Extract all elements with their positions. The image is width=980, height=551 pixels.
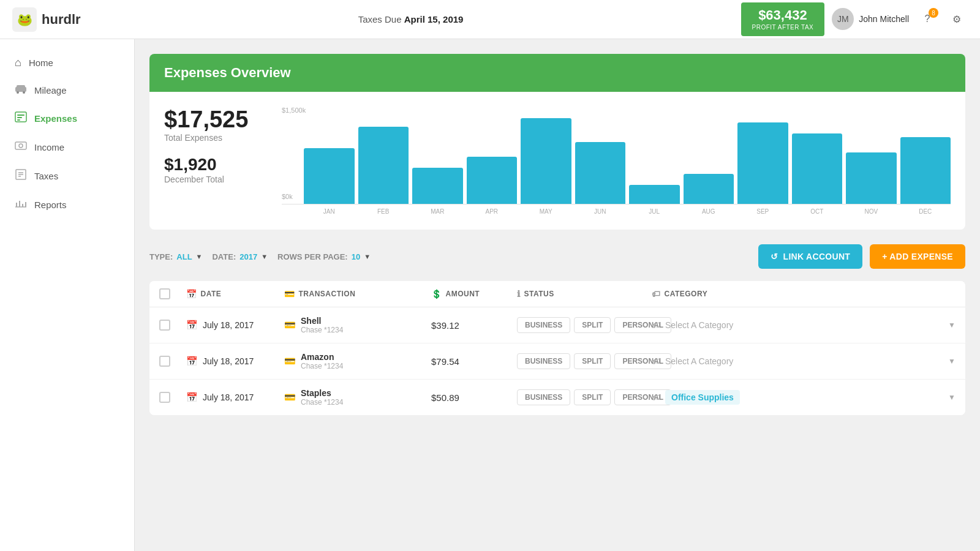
select-all-checkbox[interactable] <box>159 288 170 299</box>
trans-account-3: Chase *1234 <box>301 398 343 407</box>
col-date-label: DATE <box>201 290 222 298</box>
sidebar-item-label: Taxes <box>34 171 58 181</box>
svg-point-11 <box>19 144 23 148</box>
profit-label: PROFIT AFTER TAX <box>752 24 814 31</box>
taxes-label: Taxes Due <box>358 14 402 24</box>
dollar-icon: 💲 <box>431 289 442 299</box>
calendar-icon: 📅 <box>186 356 198 367</box>
tag-icon: 🏷 <box>652 320 660 330</box>
row-checkbox-1[interactable] <box>159 320 186 331</box>
car-icon <box>15 84 27 97</box>
col-header-checkbox <box>159 288 186 299</box>
split-btn-3[interactable]: SPLIT <box>574 389 611 405</box>
card-icon: 💳 <box>284 320 296 331</box>
settings-button[interactable]: ⚙ <box>946 8 968 30</box>
business-btn-3[interactable]: BUSINESS <box>517 389 570 405</box>
taxes-icon <box>15 169 27 183</box>
card-icon: 💳 <box>284 289 295 299</box>
bar-mar <box>412 168 463 204</box>
add-expense-label: + ADD EXPENSE <box>882 252 953 261</box>
date-filter-value: 2017 <box>239 252 257 261</box>
split-btn-2[interactable]: SPLIT <box>574 353 611 369</box>
taxes-due: Taxes Due April 15, 2019 <box>358 14 464 24</box>
sidebar-item-home[interactable]: ⌂ Home <box>0 49 134 77</box>
bar-apr <box>467 157 518 204</box>
table-header: 📅 DATE 💳 TRANSACTION 💲 AMOUNT ℹ STATUS 🏷 <box>149 281 965 307</box>
chevron-down-icon: ▼ <box>948 393 956 402</box>
bar-label-sep: SEP <box>737 208 788 215</box>
help-button[interactable]: ? 8 <box>916 8 938 30</box>
sync-icon: ↺ <box>771 252 778 261</box>
trans-name-1: Shell <box>301 316 343 326</box>
calendar-icon: 📅 <box>186 392 198 403</box>
bar-aug <box>684 174 734 204</box>
col-status-label: STATUS <box>524 290 554 298</box>
sidebar-item-reports[interactable]: Reports <box>0 190 134 219</box>
bar-may <box>521 118 571 204</box>
chevron-down-icon: ▼ <box>261 253 268 260</box>
trans-account-1: Chase *1234 <box>301 326 343 334</box>
sidebar-item-label: Income <box>34 142 64 152</box>
svg-rect-10 <box>15 142 26 149</box>
user-info[interactable]: JM John Mitchell <box>832 8 909 30</box>
expense-table: 📅 DATE 💳 TRANSACTION 💲 AMOUNT ℹ STATUS 🏷 <box>149 281 965 415</box>
sidebar-item-taxes[interactable]: Taxes <box>0 162 134 190</box>
status-cell-3: BUSINESS SPLIT PERSONAL <box>517 389 652 405</box>
gear-icon: ⚙ <box>952 13 961 25</box>
type-filter-label: TYPE: <box>149 252 173 261</box>
sidebar-item-label: Home <box>29 58 53 68</box>
chevron-down-icon: ▼ <box>948 321 956 329</box>
bar-jun <box>575 142 626 204</box>
logo-text: hurdlr <box>42 12 81 28</box>
bar-chart <box>282 107 951 204</box>
sidebar-item-mileage[interactable]: Mileage <box>0 77 134 104</box>
svg-point-4 <box>17 91 19 94</box>
sidebar-item-label: Mileage <box>34 85 67 96</box>
add-expense-button[interactable]: + ADD EXPENSE <box>870 244 965 269</box>
svg-rect-3 <box>17 85 25 88</box>
bar-label-aug: AUG <box>684 208 734 215</box>
svg-rect-8 <box>17 117 22 118</box>
date-cell-3: 📅 July 18, 2017 <box>186 392 284 403</box>
topbar: 🐸 hurdlr Taxes Due April 15, 2019 $63,43… <box>0 0 980 39</box>
date-value-3: July 18, 2017 <box>203 392 254 402</box>
row-checkbox-3[interactable] <box>159 392 186 403</box>
user-name: John Mitchell <box>859 14 909 24</box>
date-cell-1: 📅 July 18, 2017 <box>186 320 284 331</box>
row-checkbox-2[interactable] <box>159 356 186 367</box>
bar-label-dec: DEC <box>900 208 951 215</box>
transaction-cell-1: 💳 Shell Chase *1234 <box>284 316 431 334</box>
bar-label-jul: JUL <box>629 208 680 215</box>
col-header-category: 🏷 CATEGORY <box>652 289 956 299</box>
date-filter[interactable]: DATE: 2017 ▼ <box>212 252 268 261</box>
bar-label-nov: NOV <box>846 208 897 215</box>
income-icon <box>15 140 27 154</box>
chevron-down-icon: ▼ <box>364 253 371 260</box>
category-cell-2[interactable]: 🏷 Select A Category ▼ <box>652 356 956 366</box>
svg-rect-9 <box>17 119 20 121</box>
business-btn-2[interactable]: BUSINESS <box>517 353 570 369</box>
filters-row: TYPE: ALL ▼ DATE: 2017 ▼ ROWS PER PAGE: … <box>149 244 965 269</box>
category-cell-3[interactable]: 🏷 Office Supplies ▼ <box>652 390 956 405</box>
rows-filter[interactable]: ROWS PER PAGE: 10 ▼ <box>277 252 371 261</box>
sidebar-item-label: Reports <box>34 200 67 210</box>
profit-box: $63,432 PROFIT AFTER TAX <box>741 2 825 36</box>
total-amount: $17,525 <box>164 107 262 133</box>
logo: 🐸 hurdlr <box>12 7 81 32</box>
col-transaction-label: TRANSACTION <box>299 290 356 298</box>
business-btn-1[interactable]: BUSINESS <box>517 317 570 333</box>
bar-label-jan: JAN <box>304 208 355 215</box>
topbar-right: $63,432 PROFIT AFTER TAX JM John Mitchel… <box>741 2 968 36</box>
category-cell-1[interactable]: 🏷 Select A Category ▼ <box>652 320 956 330</box>
sidebar-item-expenses[interactable]: Expenses <box>0 104 134 133</box>
transaction-cell-3: 💳 Staples Chase *1234 <box>284 388 431 407</box>
trans-account-2: Chase *1234 <box>301 362 343 370</box>
bar-jan <box>304 148 355 204</box>
chart-body: $17,525 Total Expenses $1,920 December T… <box>149 92 965 230</box>
link-account-button[interactable]: ↺ LINK ACCOUNT <box>758 244 862 269</box>
sidebar-item-income[interactable]: Income <box>0 133 134 162</box>
col-header-status: ℹ STATUS <box>517 289 652 299</box>
bar-label-feb: FEB <box>358 208 409 215</box>
split-btn-1[interactable]: SPLIT <box>574 317 611 333</box>
type-filter[interactable]: TYPE: ALL ▼ <box>149 252 202 261</box>
